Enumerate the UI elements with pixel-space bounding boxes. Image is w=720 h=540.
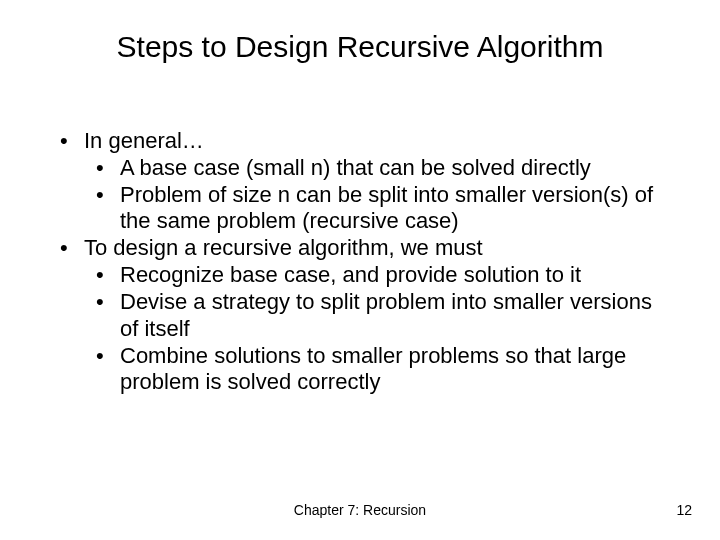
slide-title: Steps to Design Recursive Algorithm (0, 30, 720, 64)
sub-bullet-list: A base case (small n) that can be solved… (84, 155, 672, 235)
footer-page-number: 12 (676, 502, 692, 518)
sub-bullet-item: Recognize base case, and provide solutio… (84, 262, 672, 289)
slide: Steps to Design Recursive Algorithm In g… (0, 0, 720, 540)
sub-bullet-text: Recognize base case, and provide solutio… (120, 262, 581, 287)
sub-bullet-item: Combine solutions to smaller problems so… (84, 343, 672, 397)
footer-chapter: Chapter 7: Recursion (0, 502, 720, 518)
sub-bullet-item: Devise a strategy to split problem into … (84, 289, 672, 343)
bullet-list: In general… A base case (small n) that c… (48, 128, 672, 396)
bullet-item: To design a recursive algorithm, we must… (48, 235, 672, 396)
bullet-text: To design a recursive algorithm, we must (84, 235, 483, 260)
bullet-text: In general… (84, 128, 204, 153)
sub-bullet-text: Problem of size n can be split into smal… (120, 182, 653, 234)
sub-bullet-text: Devise a strategy to split problem into … (120, 289, 652, 341)
slide-body: In general… A base case (small n) that c… (48, 128, 672, 396)
sub-bullet-text: A base case (small n) that can be solved… (120, 155, 591, 180)
sub-bullet-list: Recognize base case, and provide solutio… (84, 262, 672, 396)
sub-bullet-text: Combine solutions to smaller problems so… (120, 343, 626, 395)
sub-bullet-item: Problem of size n can be split into smal… (84, 182, 672, 236)
sub-bullet-item: A base case (small n) that can be solved… (84, 155, 672, 182)
bullet-item: In general… A base case (small n) that c… (48, 128, 672, 235)
